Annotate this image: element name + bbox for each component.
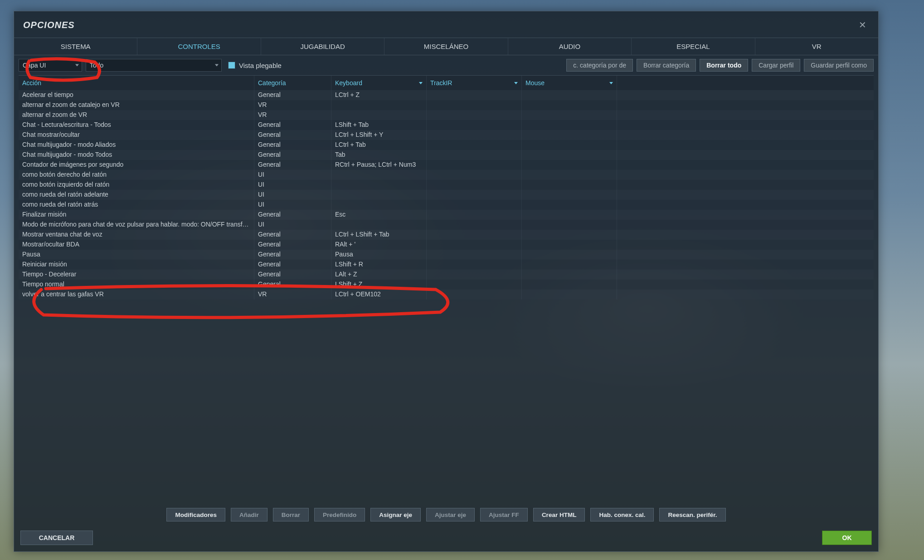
cell-mouse[interactable] <box>522 210 617 220</box>
layer-select[interactable]: Capa UI <box>19 59 82 72</box>
cell-category[interactable]: General <box>254 140 331 150</box>
cell-mouse[interactable] <box>522 190 617 200</box>
cell-keyboard[interactable]: LShift + Z <box>331 280 427 290</box>
cell-category[interactable]: VR <box>254 290 331 299</box>
cell-mouse[interactable] <box>522 110 617 120</box>
tab-vr[interactable]: VR <box>755 38 878 55</box>
cell-action[interactable]: Tiempo normal <box>19 280 254 290</box>
cell-action[interactable]: Chat multijugador - modo Aliados <box>19 140 254 150</box>
cell-trackir[interactable] <box>427 110 522 120</box>
cell-category[interactable]: General <box>254 90 331 100</box>
cell-keyboard[interactable] <box>331 200 427 210</box>
binding-row[interactable]: alternar el zoom de catalejo en VRVR <box>19 100 874 110</box>
cell-keyboard[interactable]: Pausa <box>331 250 427 260</box>
foldable-view-checkbox[interactable]: Vista plegable <box>228 62 282 69</box>
cell-action[interactable]: Pausa <box>19 250 254 260</box>
close-icon[interactable]: ✕ <box>856 19 869 31</box>
cell-mouse[interactable] <box>522 230 617 240</box>
cell-mouse[interactable] <box>522 200 617 210</box>
default-button[interactable]: Predefinido <box>314 508 365 521</box>
cell-trackir[interactable] <box>427 210 522 220</box>
binding-row[interactable]: Chat multijugador - modo AliadosGeneralL… <box>19 140 874 150</box>
cell-action[interactable]: Modo de micrófono para chat de voz pulsa… <box>19 220 254 230</box>
binding-row[interactable]: Reiniciar misiónGeneralLShift + R <box>19 260 874 270</box>
cell-category[interactable]: General <box>254 240 331 250</box>
cell-action[interactable]: Chat - Lectura/escritura - Todos <box>19 120 254 130</box>
binding-row[interactable]: Modo de micrófono para chat de voz pulsa… <box>19 220 874 230</box>
cell-trackir[interactable] <box>427 140 522 150</box>
cell-category[interactable]: VR <box>254 110 331 120</box>
cell-keyboard[interactable]: LCtrl + LShift + Tab <box>331 230 427 240</box>
cell-mouse[interactable] <box>522 220 617 230</box>
cell-action[interactable]: como botón izquierdo del ratón <box>19 180 254 190</box>
cell-trackir[interactable] <box>427 120 522 130</box>
cell-trackir[interactable] <box>427 220 522 230</box>
cell-keyboard[interactable] <box>331 220 427 230</box>
load-profile-button[interactable]: Cargar perfil <box>752 59 800 72</box>
cell-action[interactable]: alternar el zoom de VR <box>19 110 254 120</box>
cell-category[interactable]: General <box>254 280 331 290</box>
cell-keyboard[interactable]: LShift + R <box>331 260 427 270</box>
cell-keyboard[interactable] <box>331 110 427 120</box>
col-device-trackir[interactable]: TrackIR <box>427 76 522 90</box>
binding-row[interactable]: Mostrar ventana chat de vozGeneralLCtrl … <box>19 230 874 240</box>
binding-row[interactable]: Chat mostrar/ocultarGeneralLCtrl + LShif… <box>19 130 874 140</box>
cell-category[interactable]: General <box>254 160 331 170</box>
cell-trackir[interactable] <box>427 280 522 290</box>
cell-keyboard[interactable]: LCtrl + OEM102 <box>331 290 427 299</box>
cell-mouse[interactable] <box>522 280 617 290</box>
tab-especial[interactable]: ESPECIAL <box>632 38 755 55</box>
cell-mouse[interactable] <box>522 120 617 130</box>
cell-keyboard[interactable]: LShift + Tab <box>331 120 427 130</box>
binding-row[interactable]: PausaGeneralPausa <box>19 250 874 260</box>
col-device-mouse[interactable]: Mouse <box>522 76 617 90</box>
cell-mouse[interactable] <box>522 130 617 140</box>
tab-audio[interactable]: AUDIO <box>508 38 632 55</box>
cell-action[interactable]: Finalizar misión <box>19 210 254 220</box>
cell-action[interactable]: Acelerar el tiempo <box>19 90 254 100</box>
assign-axis-button[interactable]: Asignar eje <box>370 508 421 521</box>
cell-action[interactable]: como rueda del ratón adelante <box>19 190 254 200</box>
grid-body[interactable]: Acelerar el tiempoGeneralLCtrl + Zaltern… <box>19 90 874 502</box>
cell-category[interactable]: General <box>254 250 331 260</box>
cell-trackir[interactable] <box>427 230 522 240</box>
cell-action[interactable]: Tiempo - Decelerar <box>19 270 254 280</box>
cell-trackir[interactable] <box>427 250 522 260</box>
cell-category[interactable]: General <box>254 210 331 220</box>
cancel-button[interactable]: CANCELAR <box>20 531 93 545</box>
add-button[interactable]: Añadir <box>231 508 267 521</box>
cell-mouse[interactable] <box>522 160 617 170</box>
cell-keyboard[interactable]: RAlt + ' <box>331 240 427 250</box>
adjust-axis-button[interactable]: Ajustar eje <box>426 508 475 521</box>
cell-action[interactable]: volver a centrar las gafas VR <box>19 290 254 299</box>
cell-trackir[interactable] <box>427 240 522 250</box>
cell-action[interactable]: Contador de imágenes por segundo <box>19 160 254 170</box>
cell-category[interactable]: General <box>254 130 331 140</box>
cell-mouse[interactable] <box>522 240 617 250</box>
cell-trackir[interactable] <box>427 150 522 160</box>
cell-category[interactable]: UI <box>254 170 331 180</box>
save-profile-as-button[interactable]: Guardar perfil como <box>804 59 874 72</box>
binding-row[interactable]: alternar el zoom de VRVR <box>19 110 874 120</box>
cell-action[interactable]: Chat mostrar/ocultar <box>19 130 254 140</box>
binding-row[interactable]: como botón derecho del ratónUI <box>19 170 874 180</box>
cell-action[interactable]: Mostrar/ocultar BDA <box>19 240 254 250</box>
cell-trackir[interactable] <box>427 90 522 100</box>
cell-action[interactable]: Mostrar ventana chat de voz <box>19 230 254 240</box>
binding-row[interactable]: Tiempo normalGeneralLShift + Z <box>19 280 874 290</box>
binding-row[interactable]: Chat - Lectura/escritura - TodosGeneralL… <box>19 120 874 130</box>
cell-mouse[interactable] <box>522 90 617 100</box>
tab-sistema[interactable]: SISTEMA <box>14 38 137 55</box>
cell-category[interactable]: UI <box>254 190 331 200</box>
cell-category[interactable]: UI <box>254 180 331 190</box>
category-default-button[interactable]: c. categoría por de <box>566 59 633 72</box>
binding-row[interactable]: Contador de imágenes por segundoGeneralR… <box>19 160 874 170</box>
cell-trackir[interactable] <box>427 190 522 200</box>
tab-misceláneo[interactable]: MISCELÁNEO <box>384 38 508 55</box>
cell-keyboard[interactable] <box>331 190 427 200</box>
cell-trackir[interactable] <box>427 170 522 180</box>
cell-category[interactable]: General <box>254 260 331 270</box>
cell-mouse[interactable] <box>522 270 617 280</box>
cell-action[interactable]: Chat multijugador - modo Todos <box>19 150 254 160</box>
rescan-devices-button[interactable]: Reescan. perifér. <box>659 508 725 521</box>
